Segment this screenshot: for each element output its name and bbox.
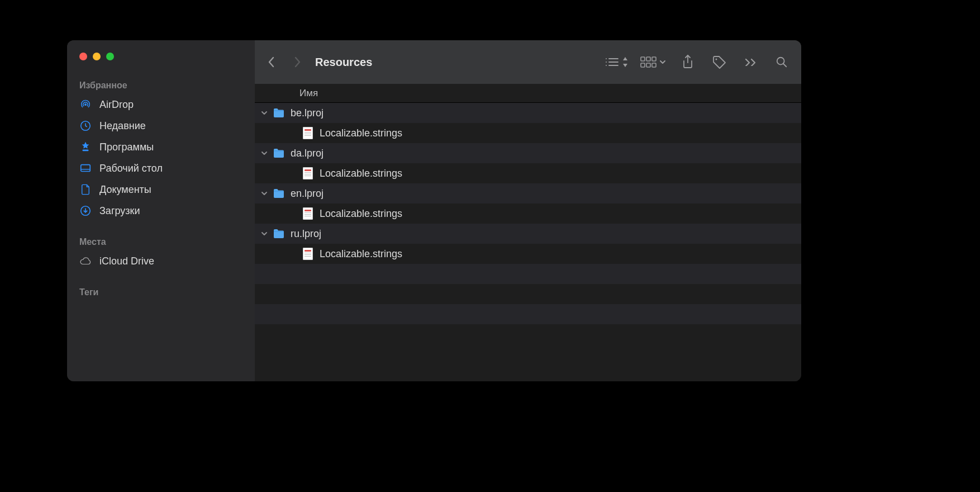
- close-window-button[interactable]: [79, 53, 87, 60]
- search-button[interactable]: [772, 51, 791, 73]
- svg-rect-12: [646, 63, 650, 67]
- window-controls: [67, 50, 255, 76]
- svg-point-6: [606, 62, 607, 63]
- sidebar-item-downloads[interactable]: Загрузки: [67, 200, 255, 221]
- share-button[interactable]: [678, 51, 697, 73]
- empty-row: [255, 324, 801, 344]
- item-name: da.lproj: [291, 148, 324, 159]
- folder-row[interactable]: be.lproj: [255, 103, 801, 123]
- empty-row: [255, 304, 801, 324]
- more-button[interactable]: [741, 51, 760, 73]
- empty-row: [255, 264, 801, 284]
- maximize-window-button[interactable]: [106, 53, 114, 60]
- toolbar: Resources: [255, 40, 801, 84]
- sidebar-item-applications[interactable]: Программы: [67, 136, 255, 158]
- file-list[interactable]: be.lprojLocalizable.stringsda.lprojLocal…: [255, 103, 801, 381]
- svg-point-14: [716, 59, 717, 60]
- file-row[interactable]: Localizable.strings: [255, 204, 801, 224]
- strings-file-icon: [303, 207, 313, 220]
- cloud-icon: [79, 255, 92, 267]
- desktop-icon: [79, 162, 92, 174]
- sidebar-item-label: Недавние: [99, 120, 146, 132]
- minimize-window-button[interactable]: [93, 53, 101, 60]
- empty-row: [255, 284, 801, 304]
- applications-icon: [79, 141, 92, 153]
- sidebar-item-recents[interactable]: Недавние: [67, 115, 255, 136]
- item-name: be.lproj: [291, 107, 324, 119]
- clock-icon: [79, 120, 92, 132]
- svg-rect-11: [641, 63, 645, 67]
- svg-point-0: [84, 103, 87, 106]
- folder-row[interactable]: ru.lproj: [255, 224, 801, 244]
- sidebar-item-label: Загрузки: [99, 205, 140, 217]
- item-name: Localizable.strings: [320, 248, 402, 260]
- strings-file-icon: [303, 127, 313, 139]
- sidebar: Избранное AirDrop Недавние Программы Раб…: [67, 40, 255, 381]
- sidebar-item-label: iCloud Drive: [99, 256, 154, 267]
- sidebar-section-favorites: Избранное: [67, 76, 255, 94]
- toolbar-actions: [605, 51, 791, 73]
- sidebar-item-label: Рабочий стол: [99, 163, 163, 174]
- forward-button[interactable]: [286, 51, 308, 73]
- group-by-button[interactable]: [640, 51, 666, 73]
- item-name: en.lproj: [291, 188, 324, 200]
- sidebar-item-desktop[interactable]: Рабочий стол: [67, 158, 255, 179]
- sidebar-item-icloud[interactable]: iCloud Drive: [67, 250, 255, 272]
- file-row[interactable]: Localizable.strings: [255, 244, 801, 264]
- sidebar-item-label: AirDrop: [99, 99, 134, 111]
- item-name: Localizable.strings: [320, 208, 402, 220]
- item-name: ru.lproj: [291, 228, 321, 240]
- file-row[interactable]: Localizable.strings: [255, 163, 801, 183]
- sidebar-item-documents[interactable]: Документы: [67, 179, 255, 200]
- svg-rect-8: [641, 57, 645, 61]
- svg-rect-3: [81, 165, 91, 172]
- svg-rect-13: [652, 63, 656, 67]
- svg-rect-10: [652, 57, 656, 61]
- svg-point-5: [606, 58, 607, 59]
- window-title: Resources: [315, 56, 372, 69]
- tags-button[interactable]: [710, 51, 729, 73]
- sidebar-section-locations: Места: [67, 233, 255, 250]
- folder-row[interactable]: en.lproj: [255, 183, 801, 204]
- main-pane: Resources: [255, 40, 801, 381]
- download-icon: [79, 205, 92, 217]
- sidebar-item-label: Документы: [99, 184, 151, 196]
- item-name: Localizable.strings: [320, 127, 402, 139]
- sidebar-section-tags: Теги: [67, 283, 255, 301]
- svg-rect-9: [646, 57, 650, 61]
- disclosure-triangle-icon[interactable]: [258, 150, 270, 157]
- disclosure-triangle-icon[interactable]: [258, 190, 270, 197]
- back-button[interactable]: [260, 51, 283, 73]
- svg-point-7: [606, 65, 607, 66]
- svg-rect-2: [83, 150, 89, 152]
- folder-row[interactable]: da.lproj: [255, 143, 801, 163]
- finder-window: Избранное AirDrop Недавние Программы Раб…: [67, 40, 801, 381]
- disclosure-triangle-icon[interactable]: [258, 230, 270, 237]
- airdrop-icon: [79, 98, 92, 111]
- disclosure-triangle-icon[interactable]: [258, 110, 270, 116]
- item-name: Localizable.strings: [320, 168, 402, 179]
- strings-file-icon: [303, 167, 313, 179]
- strings-file-icon: [303, 248, 313, 260]
- sidebar-item-airdrop[interactable]: AirDrop: [67, 94, 255, 115]
- column-header-row[interactable]: Имя: [255, 84, 801, 103]
- column-header-name: Имя: [299, 88, 318, 99]
- sidebar-item-label: Программы: [99, 141, 154, 153]
- file-row[interactable]: Localizable.strings: [255, 123, 801, 143]
- view-mode-button[interactable]: [605, 51, 628, 73]
- document-icon: [79, 183, 92, 196]
